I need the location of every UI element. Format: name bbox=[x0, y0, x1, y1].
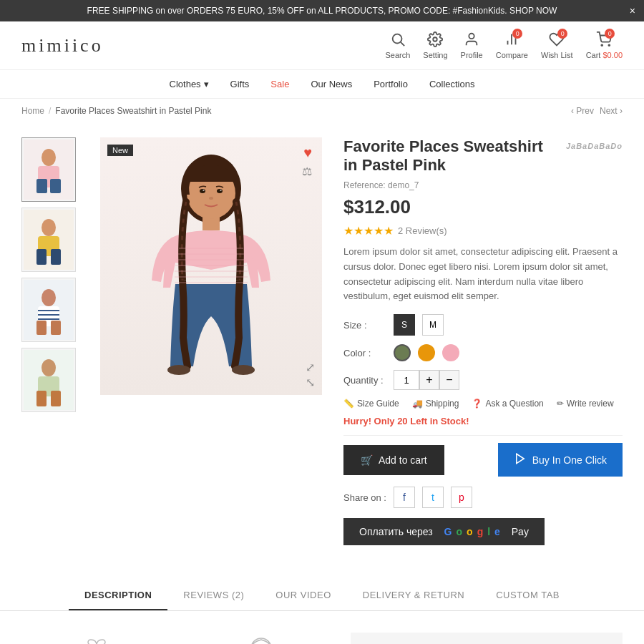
compare-icon-item[interactable]: 0 Compare bbox=[496, 31, 528, 59]
quantity-input[interactable] bbox=[394, 370, 419, 390]
thumbnail-4[interactable] bbox=[21, 348, 76, 412]
google-pay-button[interactable]: Оплатить через Google Pay bbox=[343, 518, 545, 545]
buy-row: 🛒 Add to cart Buy In One Click bbox=[343, 443, 623, 477]
reviews-count: 2 Review(s) bbox=[398, 225, 447, 236]
gpay-e: e bbox=[494, 526, 500, 537]
gpay-text-label: Оплатить через bbox=[359, 526, 433, 537]
pen-icon: ✏ bbox=[557, 399, 564, 409]
nav-collections[interactable]: Collections bbox=[429, 79, 475, 89]
breadcrumb-home[interactable]: Home bbox=[21, 106, 44, 116]
size-s-button[interactable]: S bbox=[394, 314, 415, 336]
color-pink-dot[interactable] bbox=[442, 344, 459, 361]
share-row: Share on : f t p bbox=[343, 487, 623, 508]
facebook-share-button[interactable]: f bbox=[394, 487, 415, 508]
quantity-control: + − bbox=[394, 370, 459, 390]
product-actions-row: 📏 Size Guide 🚚 Shipping ❓ Ask a Question… bbox=[343, 399, 623, 409]
size-guide-link[interactable]: 📏 Size Guide bbox=[343, 399, 399, 409]
gift-icon bbox=[79, 633, 114, 644]
svg-rect-12 bbox=[36, 179, 47, 193]
product-thumbnails bbox=[21, 137, 79, 545]
feature-support: Power Support We support online 24/7 on … bbox=[186, 633, 336, 644]
profile-label: Profile bbox=[461, 51, 483, 59]
next-link[interactable]: Next › bbox=[600, 106, 623, 116]
wishlist-heart-icon[interactable]: ♥ bbox=[303, 145, 312, 161]
zoom-out-icon[interactable]: ⤡ bbox=[306, 376, 315, 389]
quantity-increase-button[interactable]: + bbox=[419, 370, 439, 390]
prev-link[interactable]: ‹ Prev bbox=[571, 106, 594, 116]
nav-sale[interactable]: Sale bbox=[270, 79, 289, 89]
size-label: Size : bbox=[343, 320, 386, 331]
gpay-g2: g bbox=[477, 526, 484, 537]
cart-icon-btn: 🛒 bbox=[361, 454, 373, 466]
nav-portfolio[interactable]: Portfolio bbox=[374, 79, 408, 89]
svg-point-15 bbox=[42, 219, 56, 236]
breadcrumb-current: Favorite Places Sweatshirt in Pastel Pin… bbox=[55, 106, 211, 116]
zoom-icons[interactable]: ⤢ ⤡ bbox=[306, 361, 315, 389]
nav-gifts[interactable]: Gifts bbox=[230, 79, 250, 89]
svg-rect-30 bbox=[36, 391, 47, 406]
wishlist-label: Wish List bbox=[541, 51, 573, 59]
tab-delivery-return[interactable]: DELIVERY & RETURN bbox=[347, 581, 480, 610]
thumbnail-1[interactable] bbox=[21, 137, 76, 202]
buy-one-click-button[interactable]: Buy In One Click bbox=[498, 443, 623, 477]
tab-description[interactable]: DESCRIPTION bbox=[69, 581, 167, 610]
svg-rect-25 bbox=[36, 321, 47, 335]
main-nav: Clothes ▾ Gifts Sale Our News Portfolio … bbox=[0, 70, 644, 99]
write-review-link[interactable]: ✏ Write review bbox=[557, 399, 614, 409]
gpay-pay-label: Pay bbox=[512, 526, 529, 537]
dropdown-arrow: ▾ bbox=[204, 79, 209, 89]
setting-icon-item[interactable]: Setting bbox=[423, 31, 447, 59]
twitter-share-button[interactable]: t bbox=[422, 487, 444, 508]
nav-clothes[interactable]: Clothes ▾ bbox=[170, 79, 209, 89]
banner-close[interactable]: × bbox=[630, 5, 635, 16]
truck-icon: 🚚 bbox=[412, 399, 423, 409]
tab-reviews[interactable]: REVIEWS (2) bbox=[167, 581, 260, 610]
zoom-in-icon[interactable]: ⤢ bbox=[306, 361, 315, 374]
quantity-option-row: Quantity : + − bbox=[343, 370, 623, 390]
share-label: Share on : bbox=[343, 492, 386, 503]
setting-label: Setting bbox=[423, 51, 447, 59]
product-tabs: DESCRIPTION REVIEWS (2) OUR VIDEO DELIVE… bbox=[0, 581, 644, 611]
svg-point-2 bbox=[434, 37, 438, 42]
svg-point-37 bbox=[200, 189, 205, 193]
svg-point-38 bbox=[217, 189, 223, 193]
color-green-dot[interactable] bbox=[394, 344, 411, 361]
svg-point-8 bbox=[609, 44, 610, 46]
tab-our-video[interactable]: OUR VIDEO bbox=[260, 581, 346, 610]
svg-point-3 bbox=[469, 34, 474, 39]
svg-point-7 bbox=[602, 44, 603, 46]
top-banner: FREE SHIPPING on over ORDERS 75 EURO, 15… bbox=[0, 0, 644, 21]
svg-point-20 bbox=[42, 289, 56, 306]
profile-icon-item[interactable]: Profile bbox=[461, 31, 483, 59]
svg-rect-13 bbox=[50, 179, 61, 193]
svg-line-1 bbox=[401, 42, 404, 46]
product-description: Lorem ipsum dolor sit amet, consectetur … bbox=[343, 245, 623, 304]
add-to-cart-button[interactable]: 🛒 Add to cart bbox=[343, 445, 444, 475]
new-badge: New bbox=[107, 145, 133, 156]
tab-custom[interactable]: CUSTOM TAB bbox=[480, 581, 575, 610]
cart-icon-item[interactable]: 0 Cart $0.00 bbox=[586, 31, 623, 59]
nav-ournews[interactable]: Our News bbox=[311, 79, 352, 89]
quantity-decrease-button[interactable]: − bbox=[439, 370, 459, 390]
thumbnail-2[interactable] bbox=[21, 208, 76, 272]
thumbnail-3[interactable] bbox=[21, 278, 76, 342]
logo[interactable]: mimiico bbox=[21, 35, 104, 57]
stock-count: 20 bbox=[397, 416, 410, 426]
svg-rect-18 bbox=[51, 249, 61, 265]
size-option-row: Size : S M bbox=[343, 314, 623, 336]
size-m-button[interactable]: M bbox=[422, 314, 444, 336]
compare-scales-icon[interactable]: ⚖ bbox=[302, 165, 312, 178]
shipping-link[interactable]: 🚚 Shipping bbox=[412, 399, 459, 409]
ruler-icon: 📏 bbox=[343, 399, 354, 409]
features-image-panel bbox=[351, 633, 623, 644]
color-label: Color : bbox=[343, 348, 386, 358]
main-product-svg bbox=[100, 137, 322, 395]
ask-question-link[interactable]: ❓ Ask a Question bbox=[472, 399, 543, 409]
cart-badge: 0 bbox=[605, 29, 615, 39]
search-icon-item[interactable]: Search bbox=[385, 31, 410, 59]
pinterest-share-button[interactable]: p bbox=[451, 487, 472, 508]
color-orange-dot[interactable] bbox=[418, 344, 435, 361]
feature-shipping: Free Shipping & Return Free Shipping on … bbox=[21, 633, 172, 644]
features-grid: Free Shipping & Return Free Shipping on … bbox=[21, 633, 336, 644]
wishlist-icon-item[interactable]: 0 Wish List bbox=[541, 31, 573, 59]
